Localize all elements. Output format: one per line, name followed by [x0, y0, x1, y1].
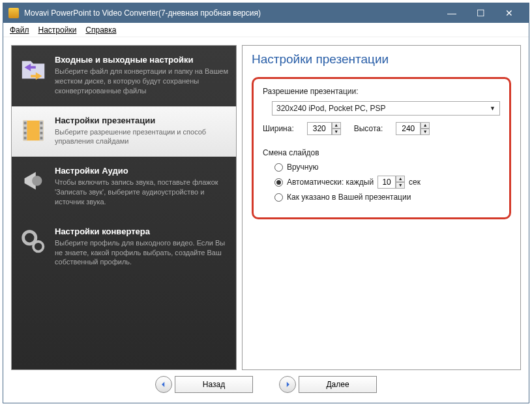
radio-auto-suffix: сек	[409, 178, 421, 187]
page-title: Настройки презентации	[252, 52, 511, 67]
spin-up-icon[interactable]: ▲	[332, 122, 341, 129]
menu-help[interactable]: Справка	[85, 25, 116, 35]
resolution-label: Разрешение презентации:	[263, 87, 500, 96]
width-stepper[interactable]: ▲▼	[307, 122, 341, 135]
sidebar-item-io[interactable]: Входные и выходные настройки Выберите фа…	[12, 46, 236, 106]
spin-up-icon[interactable]: ▲	[421, 122, 430, 129]
menubar: Файл Настройки Справка	[3, 23, 529, 37]
body: Входные и выходные настройки Выберите фа…	[3, 37, 529, 373]
height-input[interactable]	[396, 122, 421, 135]
main-panel: Настройки презентации Разрешение презент…	[242, 45, 521, 370]
sidebar-item-desc: Чтобы включить запись звука, поставьте ф…	[55, 178, 228, 207]
sidebar: Входные и выходные настройки Выберите фа…	[11, 45, 237, 370]
slides-label: Смена слайдов	[263, 148, 500, 157]
app-window: Movavi PowerPoint to Video Converter(7-д…	[3, 3, 529, 403]
spin-down-icon[interactable]: ▼	[396, 182, 405, 189]
megaphone-icon	[18, 166, 48, 196]
svg-rect-4	[24, 127, 27, 129]
next-button[interactable]: Далее	[299, 376, 377, 393]
folder-icon	[18, 55, 48, 85]
sidebar-item-title: Настройки презентации	[55, 116, 228, 125]
width-input[interactable]	[307, 122, 332, 135]
spin-down-icon[interactable]: ▼	[332, 129, 341, 135]
close-button[interactable]: ✕	[495, 3, 524, 23]
sidebar-item-converter[interactable]: Настройки конвертера Выберите профиль дл…	[12, 217, 236, 278]
menu-settings[interactable]: Настройки	[38, 25, 77, 35]
spin-down-icon[interactable]: ▼	[421, 129, 430, 135]
content: Входные и выходные настройки Выберите фа…	[3, 37, 529, 403]
sidebar-item-audio[interactable]: Настройки Аудио Чтобы включить запись зв…	[12, 157, 236, 217]
radio-asis-label: Как указано в Вашей презентации	[287, 193, 411, 202]
svg-rect-5	[24, 131, 27, 134]
svg-point-13	[33, 242, 43, 251]
width-label: Ширина:	[263, 124, 294, 133]
window-title: Movavi PowerPoint to Video Converter(7-д…	[24, 8, 261, 18]
next-icon-button[interactable]	[279, 376, 296, 393]
interval-input[interactable]	[377, 176, 396, 189]
back-icon-button[interactable]	[155, 376, 172, 393]
height-label: Высота:	[354, 124, 383, 133]
back-button[interactable]: Назад	[175, 376, 253, 393]
app-icon	[8, 8, 19, 18]
footer: Назад Далее	[3, 373, 529, 403]
minimize-button[interactable]: —	[437, 3, 466, 23]
radio-asis[interactable]	[274, 193, 283, 202]
sidebar-item-title: Настройки конвертера	[55, 226, 228, 236]
spin-up-icon[interactable]: ▲	[396, 176, 405, 182]
sidebar-item-desc: Выберите профиль для выходного видео. Ес…	[55, 238, 228, 268]
sidebar-item-title: Настройки Аудио	[55, 166, 228, 176]
resolution-select[interactable]: 320x240 iPod, Pocket PC, PSP ▼	[272, 101, 500, 116]
gear-icon	[18, 226, 48, 257]
svg-point-11	[32, 176, 42, 186]
radio-auto-prefix: Автоматически: каждый	[287, 178, 374, 187]
height-stepper[interactable]: ▲▼	[396, 122, 430, 135]
interval-stepper[interactable]: ▲▼	[377, 176, 405, 189]
highlighted-panel: Разрешение презентации: 320x240 iPod, Po…	[252, 77, 511, 219]
svg-rect-9	[40, 131, 43, 134]
svg-rect-8	[40, 127, 43, 129]
filmstrip-icon	[18, 116, 48, 146]
menu-file[interactable]: Файл	[10, 25, 29, 35]
sidebar-item-title: Входные и выходные настройки	[55, 55, 228, 65]
svg-rect-6	[24, 136, 27, 139]
radio-auto[interactable]	[274, 178, 283, 187]
sidebar-item-presentation[interactable]: Настройки презентации Выберите разрешени…	[12, 106, 236, 157]
svg-rect-7	[40, 121, 43, 124]
radio-manual[interactable]	[274, 163, 283, 172]
svg-rect-10	[40, 136, 43, 139]
maximize-button[interactable]: ☐	[466, 3, 495, 23]
sidebar-item-desc: Выберите файл для конвертации и папку на…	[55, 67, 228, 96]
chevron-down-icon: ▼	[490, 105, 495, 112]
svg-rect-3	[24, 121, 27, 124]
titlebar: Movavi PowerPoint to Video Converter(7-д…	[3, 3, 529, 23]
sidebar-item-desc: Выберите разрешение презентации и способ…	[55, 127, 228, 147]
resolution-value: 320x240 iPod, Pocket PC, PSP	[276, 104, 385, 113]
radio-manual-label: Вручную	[287, 163, 318, 172]
